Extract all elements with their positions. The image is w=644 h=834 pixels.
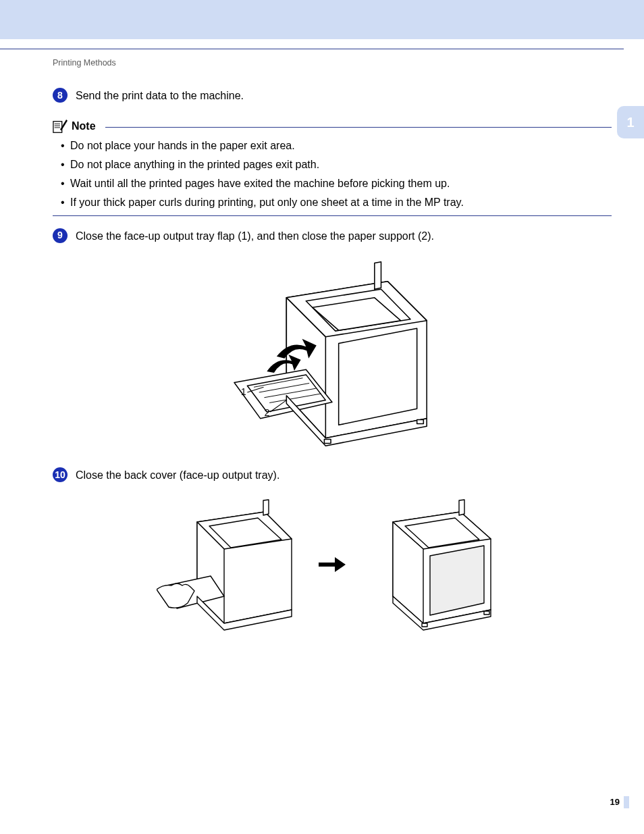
page-number-accent — [624, 796, 629, 808]
note-item: Do not place your hands in the paper exi… — [61, 140, 612, 152]
figure-step-10 — [53, 495, 612, 637]
header-band — [0, 0, 644, 39]
callout-1: 1 — [241, 386, 246, 397]
step-badge-9: 9 — [53, 228, 68, 243]
step-9-text: Close the face-up output tray flap (1), … — [76, 228, 612, 244]
step-9: 9 Close the face-up output tray flap (1)… — [53, 228, 612, 244]
step-badge-10: 10 — [53, 467, 68, 482]
page-number: 19 — [610, 797, 620, 807]
svg-rect-12 — [422, 623, 427, 627]
svg-rect-13 — [484, 611, 489, 615]
svg-rect-8 — [324, 440, 331, 444]
svg-rect-0 — [53, 121, 62, 132]
step-10: 10 Close the back cover (face-up output … — [53, 467, 612, 483]
step-8: 8 Send the print data to the machine. — [53, 88, 612, 103]
note-rule-top — [105, 127, 612, 128]
note-item: Wait until all the printed pages have ex… — [61, 178, 612, 190]
step-10-text: Close the back cover (face-up output tra… — [76, 467, 612, 483]
printer-illustration-closing — [157, 495, 305, 637]
header-rule — [0, 49, 624, 49]
note-list: Do not place your hands in the paper exi… — [61, 140, 612, 209]
note-item: Do not place anything in the printed pag… — [61, 159, 612, 171]
section-title: Printing Methods — [53, 58, 116, 68]
figure-step-9: 1 2 — [53, 255, 612, 451]
page-content: 8 Send the print data to the machine. No… — [53, 88, 612, 649]
note-icon — [53, 120, 68, 133]
step-8-text: Send the print data to the machine. — [76, 88, 612, 103]
note-label: Note — [72, 120, 101, 132]
note-item: If your thick paper curls during printin… — [61, 197, 612, 209]
step-badge-8: 8 — [53, 88, 68, 103]
callout-2: 2 — [264, 407, 269, 418]
chapter-tab: 1 — [617, 106, 644, 138]
note-rule-bottom — [53, 215, 612, 216]
printer-illustration-closed — [359, 495, 508, 637]
arrow-icon — [319, 550, 346, 581]
svg-rect-9 — [417, 420, 424, 424]
printer-illustration-open-tray: 1 2 — [204, 255, 460, 451]
note-block: Note Do not place your hands in the pape… — [53, 120, 612, 216]
